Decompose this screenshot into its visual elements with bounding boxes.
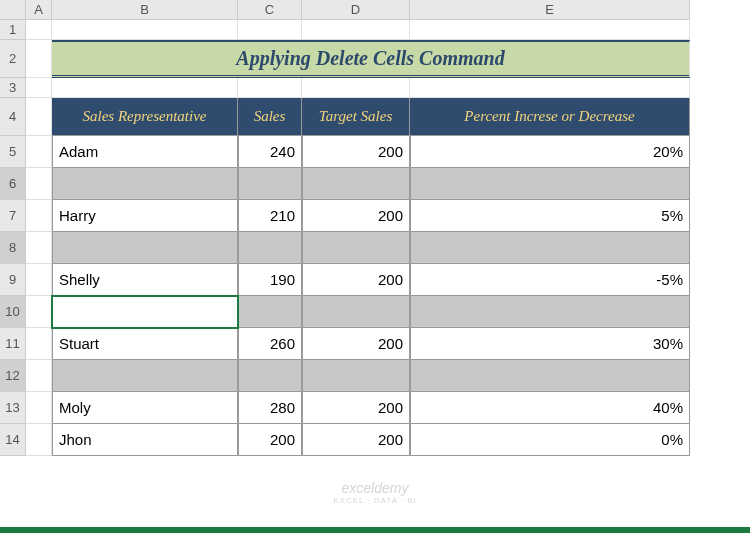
header-rep[interactable]: Sales Representative	[52, 98, 238, 136]
row-header-8[interactable]: 8	[0, 232, 26, 264]
cell-a5[interactable]	[26, 136, 52, 168]
cell-c10[interactable]	[238, 296, 302, 328]
cell-a1[interactable]	[26, 20, 52, 40]
row-header-4[interactable]: 4	[0, 98, 26, 136]
cell-d12[interactable]	[302, 360, 410, 392]
cell-c13[interactable]: 280	[238, 392, 302, 424]
cell-d10[interactable]	[302, 296, 410, 328]
cell-e14[interactable]: 0%	[410, 424, 690, 456]
cell-c8[interactable]	[238, 232, 302, 264]
row-header-6[interactable]: 6	[0, 168, 26, 200]
cell-e10[interactable]	[410, 296, 690, 328]
cell-d11[interactable]: 200	[302, 328, 410, 360]
cell-a4[interactable]	[26, 98, 52, 136]
col-header-b[interactable]: B	[52, 0, 238, 20]
row-header-3[interactable]: 3	[0, 78, 26, 98]
header-sales[interactable]: Sales	[238, 98, 302, 136]
cell-b9[interactable]: Shelly	[52, 264, 238, 296]
cell-e9[interactable]: -5%	[410, 264, 690, 296]
cell-b10-active[interactable]	[52, 296, 238, 328]
title-cell[interactable]: Applying Delete Cells Command	[52, 40, 690, 78]
cell-a14[interactable]	[26, 424, 52, 456]
cell-a10[interactable]	[26, 296, 52, 328]
spreadsheet-grid[interactable]: A B C D E 1 2 Applying Delete Cells Comm…	[0, 0, 750, 456]
cell-a2[interactable]	[26, 40, 52, 78]
cell-d6[interactable]	[302, 168, 410, 200]
cell-d14[interactable]: 200	[302, 424, 410, 456]
cell-a12[interactable]	[26, 360, 52, 392]
row-header-2[interactable]: 2	[0, 40, 26, 78]
cell-e3[interactable]	[410, 78, 690, 98]
cell-b13[interactable]: Moly	[52, 392, 238, 424]
cell-d13[interactable]: 200	[302, 392, 410, 424]
col-header-a[interactable]: A	[26, 0, 52, 20]
select-all-corner[interactable]	[0, 0, 26, 20]
cell-c6[interactable]	[238, 168, 302, 200]
cell-d1[interactable]	[302, 20, 410, 40]
cell-b14[interactable]: Jhon	[52, 424, 238, 456]
row-header-14[interactable]: 14	[0, 424, 26, 456]
cell-e6[interactable]	[410, 168, 690, 200]
cell-c3[interactable]	[238, 78, 302, 98]
header-target[interactable]: Target Sales	[302, 98, 410, 136]
cell-e13[interactable]: 40%	[410, 392, 690, 424]
cell-d7[interactable]: 200	[302, 200, 410, 232]
cell-a7[interactable]	[26, 200, 52, 232]
row-header-13[interactable]: 13	[0, 392, 26, 424]
header-percent[interactable]: Percent Increse or Decrease	[410, 98, 690, 136]
cell-b8[interactable]	[52, 232, 238, 264]
row-header-5[interactable]: 5	[0, 136, 26, 168]
bottom-border	[0, 527, 750, 533]
cell-b11[interactable]: Stuart	[52, 328, 238, 360]
cell-a11[interactable]	[26, 328, 52, 360]
cell-e11[interactable]: 30%	[410, 328, 690, 360]
row-header-12[interactable]: 12	[0, 360, 26, 392]
cell-e1[interactable]	[410, 20, 690, 40]
cell-b3[interactable]	[52, 78, 238, 98]
cell-c7[interactable]: 210	[238, 200, 302, 232]
cell-a13[interactable]	[26, 392, 52, 424]
cell-b1[interactable]	[52, 20, 238, 40]
row-header-9[interactable]: 9	[0, 264, 26, 296]
cell-e7[interactable]: 5%	[410, 200, 690, 232]
col-header-e[interactable]: E	[410, 0, 690, 20]
cell-e5[interactable]: 20%	[410, 136, 690, 168]
row-header-11[interactable]: 11	[0, 328, 26, 360]
cell-b6[interactable]	[52, 168, 238, 200]
col-header-d[interactable]: D	[302, 0, 410, 20]
cell-b5[interactable]: Adam	[52, 136, 238, 168]
cell-d9[interactable]: 200	[302, 264, 410, 296]
cell-c9[interactable]: 190	[238, 264, 302, 296]
cell-c1[interactable]	[238, 20, 302, 40]
cell-c11[interactable]: 260	[238, 328, 302, 360]
row-header-10[interactable]: 10	[0, 296, 26, 328]
row-header-1[interactable]: 1	[0, 20, 26, 40]
cell-c5[interactable]: 240	[238, 136, 302, 168]
cell-a6[interactable]	[26, 168, 52, 200]
cell-c14[interactable]: 200	[238, 424, 302, 456]
cell-a9[interactable]	[26, 264, 52, 296]
cell-e12[interactable]	[410, 360, 690, 392]
cell-b12[interactable]	[52, 360, 238, 392]
watermark-line1: exceldemy	[333, 480, 417, 496]
watermark: exceldemy EXCEL · DATA · BI	[333, 480, 417, 505]
cell-a8[interactable]	[26, 232, 52, 264]
cell-b7[interactable]: Harry	[52, 200, 238, 232]
cell-d5[interactable]: 200	[302, 136, 410, 168]
row-header-7[interactable]: 7	[0, 200, 26, 232]
col-header-c[interactable]: C	[238, 0, 302, 20]
cell-a3[interactable]	[26, 78, 52, 98]
cell-c12[interactable]	[238, 360, 302, 392]
watermark-line2: EXCEL · DATA · BI	[333, 496, 417, 505]
cell-d3[interactable]	[302, 78, 410, 98]
cell-e8[interactable]	[410, 232, 690, 264]
cell-d8[interactable]	[302, 232, 410, 264]
